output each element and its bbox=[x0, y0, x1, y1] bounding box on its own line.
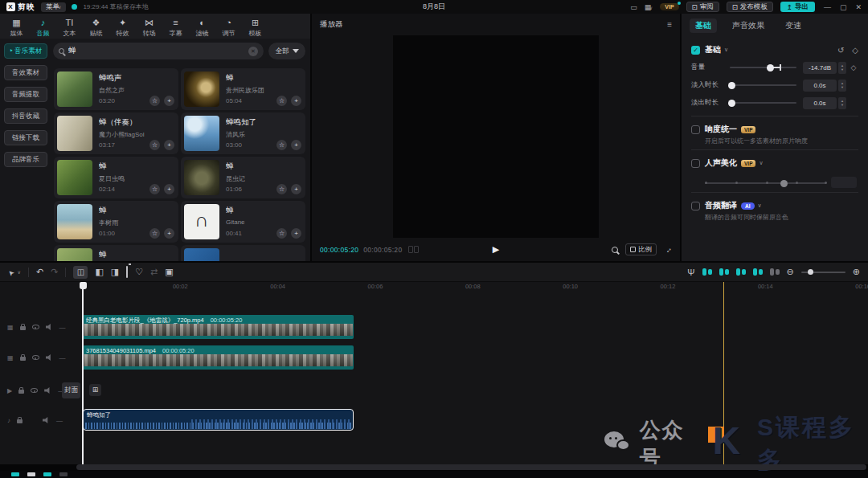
fade-in-value[interactable]: 0.0s bbox=[803, 80, 837, 92]
eye-icon[interactable] bbox=[32, 355, 39, 360]
speaker-icon[interactable] bbox=[43, 417, 50, 423]
add-to-timeline-button[interactable]: + bbox=[291, 96, 301, 106]
ribbon-tab[interactable]: TI 文本 bbox=[56, 15, 83, 39]
cover-button[interactable]: 封面 bbox=[62, 382, 80, 398]
ribbon-tab[interactable]: ⊞ 模板 bbox=[242, 15, 268, 39]
add-to-timeline-button[interactable]: + bbox=[164, 184, 174, 194]
music-card[interactable]: 蝉 李树雨 01:00 ☆ + bbox=[54, 201, 178, 243]
properties-tab[interactable]: 基础 bbox=[690, 18, 717, 33]
speaker-icon[interactable] bbox=[44, 387, 51, 394]
music-card[interactable]: 蝉 Gitane 00:41 ☆ + bbox=[181, 201, 305, 243]
linkage-toggle[interactable] bbox=[719, 268, 729, 276]
maximize-button[interactable]: ▢ bbox=[840, 3, 847, 11]
basic-checkbox[interactable]: ✓ bbox=[691, 46, 700, 55]
play-button[interactable]: ▶ bbox=[493, 244, 499, 255]
review-button[interactable]: ⊡审阅 bbox=[686, 2, 719, 12]
volume-slider[interactable] bbox=[730, 67, 796, 68]
lock-icon[interactable] bbox=[17, 419, 23, 423]
audio-translate-checkbox[interactable] bbox=[691, 202, 700, 210]
loudness-checkbox[interactable] bbox=[691, 125, 700, 134]
favorite-star-icon[interactable]: ☆ bbox=[149, 96, 160, 106]
ribbon-tab[interactable]: ❖ 贴纸 bbox=[83, 15, 109, 39]
adapt-toggle[interactable] bbox=[770, 268, 780, 276]
ribbon-tab[interactable]: ◐ 滤镜 bbox=[189, 15, 215, 39]
time-ruler[interactable]: 00:0200:0400:0600:0800:1000:1200:1400:16 bbox=[83, 282, 863, 292]
add-to-timeline-button[interactable]: + bbox=[164, 96, 174, 106]
music-card[interactable]: 蝉 昆虫记 01:06 ☆ + bbox=[181, 157, 305, 198]
fade-in-slider[interactable] bbox=[730, 84, 796, 86]
favorite-star-icon[interactable]: ☆ bbox=[276, 96, 287, 106]
add-to-timeline-button[interactable]: + bbox=[291, 184, 301, 194]
lock-icon[interactable] bbox=[20, 357, 26, 361]
reset-icon[interactable]: ↺ bbox=[837, 46, 844, 55]
fade-out-stepper[interactable]: ▲▼ bbox=[838, 97, 846, 109]
favorite-star-icon[interactable]: ☆ bbox=[149, 184, 160, 194]
close-button[interactable]: ✕ bbox=[855, 3, 862, 11]
ribbon-tab[interactable]: ▦ 媒体 bbox=[3, 15, 30, 39]
music-card[interactable]: 蝉 ☆ + bbox=[54, 245, 178, 261]
favorite-star-icon[interactable]: ☆ bbox=[276, 184, 287, 194]
voice-beautify-slider[interactable] bbox=[705, 182, 826, 184]
fade-in-stepper[interactable]: ▲▼ bbox=[838, 80, 846, 92]
fade-out-value[interactable]: 0.0s bbox=[803, 97, 837, 109]
redo-button[interactable]: ↷ bbox=[51, 267, 58, 277]
video-clip-1[interactable]: 经典黑白老电影片段_《地雷战》_720p.mp400:00:05:20 bbox=[83, 315, 354, 339]
volume-slider-handle[interactable] bbox=[767, 64, 774, 71]
music-card[interactable]: 蝉鸣知了 清风乐 03:00 ☆ + bbox=[181, 112, 305, 154]
favorite-star-icon[interactable]: ☆ bbox=[149, 140, 160, 150]
select-tool-button[interactable]: ➤ bbox=[8, 268, 14, 277]
fade-out-slider[interactable] bbox=[730, 102, 796, 104]
music-card[interactable]: 蝉（伴奏） 魔力小熊flagSol 03:17 ☆ + bbox=[54, 112, 178, 154]
fade-out-slider-handle[interactable] bbox=[728, 100, 735, 107]
sidebar-item[interactable]: 音乐素材 bbox=[4, 43, 47, 59]
export-button[interactable]: ↥导出 bbox=[780, 2, 815, 12]
video-preview[interactable] bbox=[393, 35, 599, 238]
volume-stepper[interactable]: ▲▼ bbox=[838, 62, 846, 74]
add-to-timeline-button[interactable]: + bbox=[164, 228, 174, 239]
timeline-zoom-slider[interactable] bbox=[801, 272, 845, 273]
properties-tab[interactable]: 变速 bbox=[780, 18, 807, 33]
delete-button[interactable] bbox=[126, 268, 128, 277]
audio-clip-selected[interactable]: 蝉鸣知了 bbox=[83, 409, 354, 431]
search-box[interactable]: ✕ bbox=[53, 43, 264, 59]
music-card[interactable]: 蝉 夏日虫鸣 02:14 ☆ + bbox=[54, 157, 178, 198]
add-to-timeline-button[interactable]: + bbox=[164, 140, 174, 150]
ribbon-tab[interactable]: ♪ 音频 bbox=[30, 15, 56, 39]
ratio-button[interactable]: 比例 bbox=[625, 243, 657, 255]
player-menu-icon[interactable]: ≡ bbox=[667, 20, 672, 29]
add-media-placeholder[interactable]: ⊞ bbox=[89, 384, 101, 396]
undo-button[interactable]: ↶ bbox=[36, 267, 43, 277]
freeze-frame-button[interactable]: ▣ bbox=[165, 267, 173, 277]
split-button[interactable]: ◫ bbox=[73, 266, 88, 279]
keyframe-icon[interactable]: ◇ bbox=[852, 46, 858, 55]
sidebar-item[interactable]: 音频提取 bbox=[4, 87, 47, 102]
preview-zoom-icon[interactable] bbox=[612, 247, 618, 253]
music-card[interactable]: ☆ + bbox=[181, 245, 305, 261]
menu-button[interactable]: 菜单∨ bbox=[41, 2, 66, 12]
fade-in-slider-handle[interactable] bbox=[728, 82, 735, 89]
speaker-icon[interactable] bbox=[46, 354, 53, 361]
music-card[interactable]: 蝉 贵州民族乐团 05:04 ☆ + bbox=[181, 68, 305, 110]
playhead[interactable] bbox=[82, 282, 84, 464]
add-to-timeline-button[interactable]: + bbox=[291, 228, 301, 239]
minimize-button[interactable]: — bbox=[824, 3, 831, 11]
lock-icon[interactable] bbox=[18, 390, 24, 394]
timeline-zoom-in-button[interactable]: ⊕ bbox=[853, 267, 860, 277]
video-clip-2[interactable]: 37681534049031105.mp400:00:05:20 bbox=[83, 345, 354, 370]
volume-value[interactable]: -14.7dB bbox=[803, 62, 837, 74]
playhead-handle[interactable] bbox=[80, 282, 87, 289]
horizontal-scrollbar[interactable] bbox=[76, 464, 866, 470]
timeline-zoom-handle[interactable] bbox=[808, 269, 813, 275]
ribbon-tab[interactable]: ≡ 字幕 bbox=[162, 15, 189, 39]
properties-tab[interactable]: 声音效果 bbox=[727, 18, 770, 33]
monitor-icon[interactable]: ▭ bbox=[630, 3, 637, 11]
vip-badge[interactable]: VIP bbox=[660, 3, 678, 10]
music-card[interactable]: 蝉鸣声 自然之声 03:20 ☆ + bbox=[54, 68, 178, 110]
search-input[interactable] bbox=[68, 47, 244, 55]
sidebar-item[interactable]: 音效素材 bbox=[4, 65, 47, 80]
clear-search-icon[interactable]: ✕ bbox=[248, 47, 258, 56]
sidebar-item[interactable]: 品牌音乐 bbox=[4, 152, 47, 167]
fullscreen-icon[interactable]: ↔ bbox=[662, 243, 674, 255]
speaker-icon[interactable] bbox=[46, 324, 53, 330]
add-to-timeline-button[interactable]: + bbox=[291, 140, 301, 150]
